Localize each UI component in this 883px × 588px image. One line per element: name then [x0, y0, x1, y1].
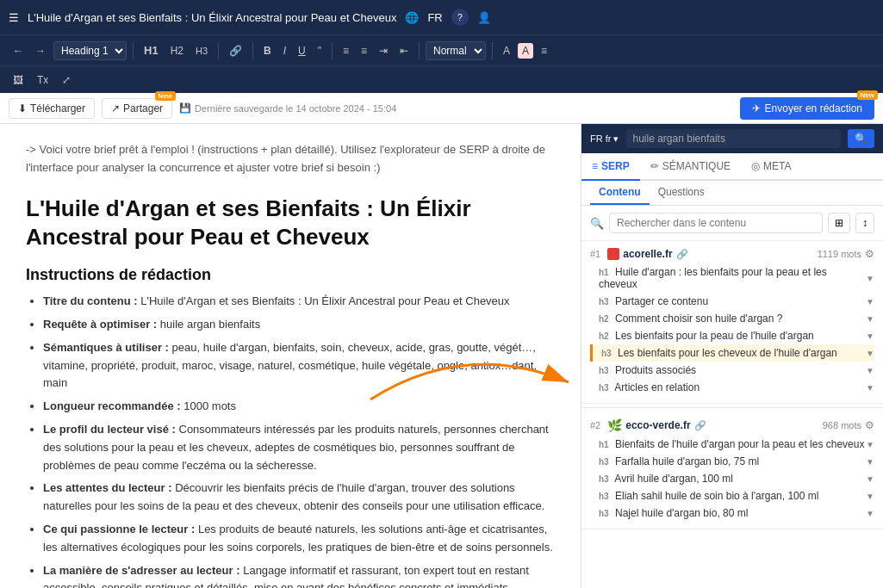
download-button[interactable]: ⬇ Télécharger: [9, 98, 95, 119]
serp-heading-2-0[interactable]: h1 Bienfaits de l'huile d'argan pour la …: [590, 436, 874, 453]
top-bar: ☰ L'Huile d'Argan et ses Bienfaits : Un …: [0, 0, 883, 34]
serp-heading-1-3[interactable]: h2 Les bienfaits pour la peau de l'huile…: [590, 327, 874, 344]
user-icon[interactable]: 👤: [477, 11, 491, 24]
list-ol-button[interactable]: ≡: [339, 43, 353, 59]
tab-serp[interactable]: ≡ SERP: [581, 153, 640, 181]
back-button[interactable]: ←: [9, 43, 28, 59]
heading-tag: h3: [599, 509, 609, 518]
chevron-down-icon: ▼: [866, 314, 874, 324]
serp-heading-2-3[interactable]: h3 Eliah sahil huile de soin bio à l'arg…: [590, 487, 874, 504]
heading-text: Les bienfaits pour les cheveux de l'huil…: [618, 347, 837, 359]
serp-heading-1-0[interactable]: h1 Huile d'argan : les bienfaits pour la…: [590, 263, 874, 293]
normal-select[interactable]: Normal: [426, 41, 486, 60]
serp-heading-1-6[interactable]: h3 Articles en relation ▼: [590, 379, 874, 396]
serp-action-btn-2[interactable]: ⚙: [865, 419, 874, 431]
bullet-attentes: Les attentes du lecteur : Découvrir les …: [43, 480, 555, 516]
serp-heading-1-1-text: h3 Partager ce contenu: [599, 295, 708, 307]
serp-domain-1: acorelle.fr: [623, 248, 672, 260]
rp-search-button[interactable]: 🔍: [848, 129, 874, 148]
action-bar: ⬇ Télécharger New ↗ Partager 💾 Dernière …: [0, 93, 883, 124]
serp-heading-1-1[interactable]: h3 Partager ce contenu ▼: [590, 293, 874, 310]
font-color-button[interactable]: A: [499, 43, 514, 59]
serp-heading-2-0-text: h1 Bienfaits de l'huile d'argan pour la …: [599, 438, 864, 450]
right-panel: FR fr ▾ 🔍 ≡ SERP ✏ SÉMANTIQUE ◎ META Con…: [581, 124, 883, 588]
instructions-list: Titre du contenu : L'Huile d'Argan et se…: [43, 293, 555, 588]
heading-text: Huile d'argan : les bienfaits pour la pe…: [599, 266, 827, 290]
rp-search-bar: [626, 129, 842, 148]
align-button[interactable]: ≡: [537, 43, 551, 59]
serp-link-icon-1[interactable]: 🔗: [676, 249, 688, 260]
share-label: Partager: [123, 102, 163, 115]
bold-button[interactable]: B: [259, 43, 276, 59]
tab-semantique[interactable]: ✏ SÉMANTIQUE: [640, 153, 741, 181]
list-ul-button[interactable]: ≡: [357, 43, 371, 59]
forward-button[interactable]: →: [31, 43, 50, 59]
h3-button[interactable]: H3: [191, 44, 212, 58]
font-bg-button[interactable]: A: [518, 43, 533, 59]
format-button[interactable]: Tx: [33, 72, 53, 88]
serp-item-2-header: #2 🌿 ecco-verde.fr 🔗 968 mots ⚙: [590, 418, 874, 432]
serp-heading-1-2[interactable]: h2 Comment choisir son huile d'argan ? ▼: [590, 310, 874, 327]
serp-heading-2-4[interactable]: h3 Najel huile d'argan bio, 80 ml ▼: [590, 504, 874, 522]
save-info: 💾 Dernière sauvegarde le 14 octobre 2024…: [179, 102, 733, 114]
tab-meta[interactable]: ◎ META: [741, 153, 801, 181]
serp-heading-2-3-text: h3 Eliah sahil huile de soin bio à l'arg…: [599, 490, 818, 502]
separator3: [252, 42, 253, 59]
image-button[interactable]: 🖼: [9, 72, 28, 88]
toolbar-row2: 🖼 Tx ⤢: [0, 65, 883, 93]
chevron-down-icon: ▼: [866, 274, 874, 283]
bullet-label-6: Ce qui passionne le lecteur :: [43, 523, 195, 535]
content-search: 🔍 ⊞ ↕: [581, 206, 883, 241]
heading-tag: h2: [599, 331, 609, 341]
link-button[interactable]: 🔗: [225, 43, 246, 59]
subtab-contenu[interactable]: Contenu: [590, 181, 650, 205]
fullscreen-button[interactable]: ⤢: [58, 72, 75, 88]
h1-button[interactable]: H1: [140, 42, 163, 59]
heading-select[interactable]: Heading 1 Heading 2 Heading 3: [53, 41, 127, 60]
globe-icon[interactable]: 🌐: [405, 11, 419, 24]
quote-button[interactable]: ": [314, 43, 326, 59]
lang-selector[interactable]: FR fr ▾: [590, 133, 619, 145]
h2-button[interactable]: H2: [166, 43, 188, 59]
hamburger-icon[interactable]: ☰: [9, 11, 19, 24]
serp-action-btn-1[interactable]: ⚙: [865, 248, 874, 260]
rp-search-input[interactable]: [633, 133, 835, 145]
serp-heading-1-4[interactable]: h3 Les bienfaits pour les cheveux de l'h…: [590, 344, 874, 362]
serp-heading-2-1[interactable]: h3 Farfalla huile d'argan bio, 75 ml ▼: [590, 453, 874, 470]
lang-label[interactable]: FR: [427, 11, 442, 24]
chevron-down-icon: ▼: [866, 349, 874, 358]
send-button[interactable]: ✈ Envoyer en rédaction: [740, 97, 874, 120]
chevron-down-icon: ▼: [866, 492, 874, 501]
editor-panel[interactable]: -> Voici votre brief prêt à l'emploi ! (…: [0, 124, 581, 588]
underline-button[interactable]: U: [294, 43, 310, 59]
bullet-longueur: Longueur recommandée : 1000 mots: [43, 398, 555, 416]
serp-heading-2-2[interactable]: h3 Avril huile d'argan, 100 ml ▼: [590, 470, 874, 487]
subtab-questions[interactable]: Questions: [650, 181, 713, 205]
heading-tag: h3: [599, 474, 609, 484]
serp-link-icon-2[interactable]: 🔗: [694, 420, 706, 431]
heading-tag: h3: [599, 383, 609, 393]
serp-heading-1-6-text: h3 Articles en relation: [599, 381, 700, 393]
instructions-heading: Instructions de rédaction: [26, 266, 555, 284]
content-search-input[interactable]: [609, 213, 823, 233]
sort-button[interactable]: ↕: [855, 213, 874, 233]
share-button[interactable]: ↗ Partager: [102, 98, 172, 119]
heading-text: Farfalla huile d'argan bio, 75 ml: [615, 455, 759, 467]
top-icons: 🌐 FR ? 👤: [405, 9, 490, 26]
separator6: [492, 42, 493, 59]
help-icon[interactable]: ?: [451, 9, 469, 26]
serp-heading-1-5[interactable]: h3 Produits associés ▼: [590, 362, 874, 379]
separator: [133, 42, 134, 59]
rp-tabs: ≡ SERP ✏ SÉMANTIQUE ◎ META: [581, 153, 883, 181]
filter-button[interactable]: ⊞: [828, 213, 850, 233]
heading-tag: h3: [599, 366, 609, 375]
heading-text: Partager ce contenu: [615, 295, 708, 307]
serp-heading-2-1-text: h3 Farfalla huile d'argan bio, 75 ml: [599, 455, 759, 467]
separator2: [218, 42, 219, 59]
chevron-down-icon: ▼: [866, 366, 874, 375]
italic-button[interactable]: I: [279, 43, 290, 59]
heading-tag: h3: [599, 492, 609, 501]
outdent-button[interactable]: ⇤: [395, 43, 413, 59]
indent-button[interactable]: ⇥: [375, 43, 392, 59]
serp-word-count-1: 1119 mots: [818, 249, 861, 259]
